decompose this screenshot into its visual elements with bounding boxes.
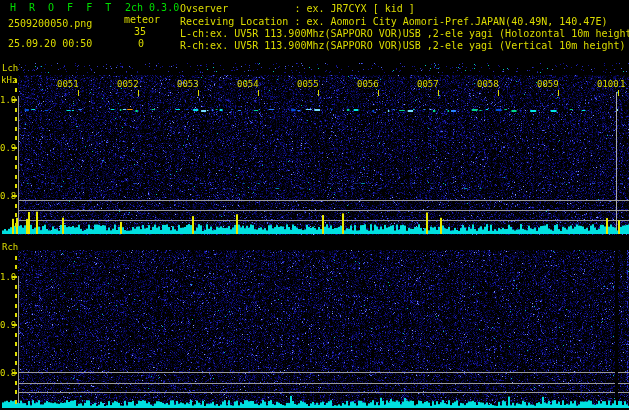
lch-info-line: L-ch:ex. UV5R 113.900Mhz(SAPPORO VOR)USB…	[180, 28, 629, 39]
time-label: 0058	[477, 79, 499, 89]
app-title: H R O F F T	[10, 2, 115, 13]
location-line: Receiving Location : ex. Aomori City Aom…	[180, 16, 607, 27]
time-label: 0100	[597, 79, 619, 89]
time-label: 0052	[117, 79, 139, 89]
time-label: 0059	[537, 79, 559, 89]
khz-unit-label: kHz	[1, 75, 17, 85]
partial-time-label: 1	[620, 79, 625, 89]
time-label: 0051	[57, 79, 79, 89]
mode-label: meteor	[124, 14, 160, 25]
time-label: 0054	[237, 79, 259, 89]
echo-count-secondary: 0	[138, 38, 144, 49]
rch-info-line: R-ch:ex. UV5R 113.900Mhz(SAPPORO VOR)USB…	[180, 40, 626, 51]
freq-tick-label: 1.0	[0, 95, 16, 105]
rch-channel-label: Rch	[2, 242, 18, 252]
hrofft-screen: H R O F F T 2ch 0.3.0 2509200050.png met…	[0, 0, 629, 410]
lch-channel-label: Lch	[2, 63, 18, 73]
echo-count-primary: 35	[134, 26, 146, 37]
time-label: 0053	[177, 79, 199, 89]
freq-tick-label: 0.8	[0, 191, 16, 201]
observer-line: Ovserver : ex. JR7CYX [ kid ]	[180, 3, 415, 14]
datetime-label: 25.09.20 00:50	[8, 38, 92, 49]
spectrogram-canvas	[0, 0, 629, 410]
filename-label: 2509200050.png	[8, 18, 92, 29]
freq-tick-label: 0.8	[0, 368, 16, 378]
time-label: 0057	[417, 79, 439, 89]
freq-tick-label: 1.0	[0, 272, 16, 282]
time-label: 0055	[297, 79, 319, 89]
freq-tick-label: 0.9	[0, 143, 16, 153]
version-label: 2ch 0.3.0	[125, 2, 179, 13]
time-label: 0056	[357, 79, 379, 89]
freq-tick-label: 0.9	[0, 320, 16, 330]
